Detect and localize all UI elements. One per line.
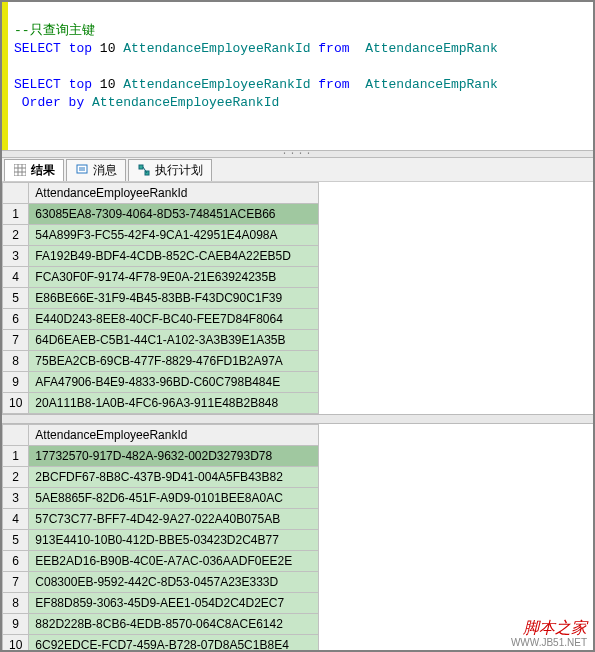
table-row[interactable]: 9882D228B-8CB6-4EDB-8570-064C8ACE6142 <box>3 614 319 635</box>
grid1-body: 163085EA8-7309-4064-8D53-748451ACEB66254… <box>3 204 319 414</box>
sql-comment: --只查询主键 <box>14 23 95 38</box>
row-number[interactable]: 9 <box>3 372 29 393</box>
table-row[interactable]: 457C73C77-BFF7-4D42-9A27-022A40B075AB <box>3 509 319 530</box>
tab-label: 结果 <box>31 162 55 179</box>
row-number[interactable]: 9 <box>3 614 29 635</box>
table-row[interactable]: 35AE8865F-82D6-451F-A9D9-0101BEE8A0AC <box>3 488 319 509</box>
cell-value[interactable]: FA192B49-BDF4-4CDB-852C-CAEB4A22EB5D <box>29 246 319 267</box>
row-number[interactable]: 6 <box>3 551 29 572</box>
splitter-between-grids[interactable] <box>2 414 593 424</box>
column-header[interactable]: AttendanceEmployeeRankId <box>29 425 319 446</box>
results-grid-1: AttendanceEmployeeRankId 163085EA8-7309-… <box>2 182 593 414</box>
tab-execution-plan[interactable]: 执行计划 <box>128 159 212 181</box>
table-row[interactable]: 117732570-917D-482A-9632-002D32793D78 <box>3 446 319 467</box>
sql-editor[interactable]: --只查询主键 SELECT top 10 AttendanceEmployee… <box>2 2 593 150</box>
cell-value[interactable]: 20A111B8-1A0B-4FC6-96A3-911E48B2B848 <box>29 393 319 414</box>
row-number[interactable]: 3 <box>3 246 29 267</box>
table-row[interactable]: 163085EA8-7309-4064-8D53-748451ACEB66 <box>3 204 319 225</box>
cell-value[interactable]: AFA47906-B4E9-4833-96BD-C60C798B484E <box>29 372 319 393</box>
table-row[interactable]: 5913E4410-10B0-412D-BBE5-03423D2C4B77 <box>3 530 319 551</box>
table-row[interactable]: 254A899F3-FC55-42F4-9CA1-42951E4A098A <box>3 225 319 246</box>
table-row[interactable]: 6EEB2AD16-B90B-4C0E-A7AC-036AADF0EE2E <box>3 551 319 572</box>
cell-value[interactable]: 2BCFDF67-8B8C-437B-9D41-004A5FB43B82 <box>29 467 319 488</box>
table-row[interactable]: 764D6EAEB-C5B1-44C1-A102-3A3B39E1A35B <box>3 330 319 351</box>
cell-value[interactable]: 64D6EAEB-C5B1-44C1-A102-3A3B39E1A35B <box>29 330 319 351</box>
row-number[interactable]: 8 <box>3 351 29 372</box>
row-number[interactable]: 7 <box>3 330 29 351</box>
results-tabs: 结果 消息 执行计划 <box>2 158 593 182</box>
row-number[interactable]: 8 <box>3 593 29 614</box>
row-number[interactable]: 5 <box>3 288 29 309</box>
cell-value[interactable]: EF88D859-3063-45D9-AEE1-054D2C4D2EC7 <box>29 593 319 614</box>
row-number[interactable]: 4 <box>3 509 29 530</box>
row-number[interactable]: 6 <box>3 309 29 330</box>
table-row[interactable]: 1020A111B8-1A0B-4FC6-96A3-911E48B2B848 <box>3 393 319 414</box>
cell-value[interactable]: 6C92EDCE-FCD7-459A-B728-07D8A5C1B8E4 <box>29 635 319 653</box>
row-number[interactable]: 2 <box>3 225 29 246</box>
table-row[interactable]: 8EF88D859-3063-45D9-AEE1-054D2C4D2EC7 <box>3 593 319 614</box>
cell-value[interactable]: E86BE66E-31F9-4B45-83BB-F43DC90C1F39 <box>29 288 319 309</box>
cell-value[interactable]: 5AE8865F-82D6-451F-A9D9-0101BEE8A0AC <box>29 488 319 509</box>
cell-value[interactable]: E440D243-8EE8-40CF-BC40-FEE7D84F8064 <box>29 309 319 330</box>
table-row[interactable]: 875BEA2CB-69CB-477F-8829-476FD1B2A97A <box>3 351 319 372</box>
tab-label: 消息 <box>93 162 117 179</box>
tab-results[interactable]: 结果 <box>4 159 64 181</box>
column-header[interactable]: AttendanceEmployeeRankId <box>29 183 319 204</box>
grid-table-2[interactable]: AttendanceEmployeeRankId 117732570-917D-… <box>2 424 319 652</box>
cell-value[interactable]: 913E4410-10B0-412D-BBE5-03423D2C4B77 <box>29 530 319 551</box>
plan-icon <box>137 163 151 177</box>
tab-label: 执行计划 <box>155 162 203 179</box>
row-number[interactable]: 10 <box>3 635 29 653</box>
row-number[interactable]: 1 <box>3 446 29 467</box>
svg-rect-0 <box>14 164 26 176</box>
results-grid-2: AttendanceEmployeeRankId 117732570-917D-… <box>2 424 593 652</box>
cell-value[interactable]: 57C73C77-BFF7-4D42-9A27-022A40B075AB <box>29 509 319 530</box>
grid-corner[interactable] <box>3 183 29 204</box>
svg-rect-5 <box>77 165 87 173</box>
tab-messages[interactable]: 消息 <box>66 159 126 181</box>
cell-value[interactable]: EEB2AD16-B90B-4C0E-A7AC-036AADF0EE2E <box>29 551 319 572</box>
splitter-editor-results[interactable] <box>2 150 593 158</box>
cell-value[interactable]: 882D228B-8CB6-4EDB-8570-064C8ACE6142 <box>29 614 319 635</box>
message-icon <box>75 163 89 177</box>
grid-corner[interactable] <box>3 425 29 446</box>
table-row[interactable]: 7C08300EB-9592-442C-8D53-0457A23E333D <box>3 572 319 593</box>
row-number[interactable]: 2 <box>3 467 29 488</box>
grid2-body: 117732570-917D-482A-9632-002D32793D7822B… <box>3 446 319 653</box>
table-row[interactable]: 106C92EDCE-FCD7-459A-B728-07D8A5C1B8E4 <box>3 635 319 653</box>
grid-icon <box>13 163 27 177</box>
cell-value[interactable]: 63085EA8-7309-4064-8D53-748451ACEB66 <box>29 204 319 225</box>
cell-value[interactable]: FCA30F0F-9174-4F78-9E0A-21E63924235B <box>29 267 319 288</box>
svg-rect-8 <box>139 165 143 169</box>
table-row[interactable]: 6E440D243-8EE8-40CF-BC40-FEE7D84F8064 <box>3 309 319 330</box>
row-number[interactable]: 10 <box>3 393 29 414</box>
row-number[interactable]: 3 <box>3 488 29 509</box>
table-row[interactable]: 3FA192B49-BDF4-4CDB-852C-CAEB4A22EB5D <box>3 246 319 267</box>
table-row[interactable]: 9AFA47906-B4E9-4833-96BD-C60C798B484E <box>3 372 319 393</box>
cell-value[interactable]: C08300EB-9592-442C-8D53-0457A23E333D <box>29 572 319 593</box>
table-row[interactable]: 5E86BE66E-31F9-4B45-83BB-F43DC90C1F39 <box>3 288 319 309</box>
row-number[interactable]: 5 <box>3 530 29 551</box>
cell-value[interactable]: 75BEA2CB-69CB-477F-8829-476FD1B2A97A <box>29 351 319 372</box>
grid-table-1[interactable]: AttendanceEmployeeRankId 163085EA8-7309-… <box>2 182 319 414</box>
table-row[interactable]: 4FCA30F0F-9174-4F78-9E0A-21E63924235B <box>3 267 319 288</box>
row-number[interactable]: 7 <box>3 572 29 593</box>
row-number[interactable]: 4 <box>3 267 29 288</box>
cell-value[interactable]: 17732570-917D-482A-9632-002D32793D78 <box>29 446 319 467</box>
table-row[interactable]: 22BCFDF67-8B8C-437B-9D41-004A5FB43B82 <box>3 467 319 488</box>
cell-value[interactable]: 54A899F3-FC55-42F4-9CA1-42951E4A098A <box>29 225 319 246</box>
row-number[interactable]: 1 <box>3 204 29 225</box>
